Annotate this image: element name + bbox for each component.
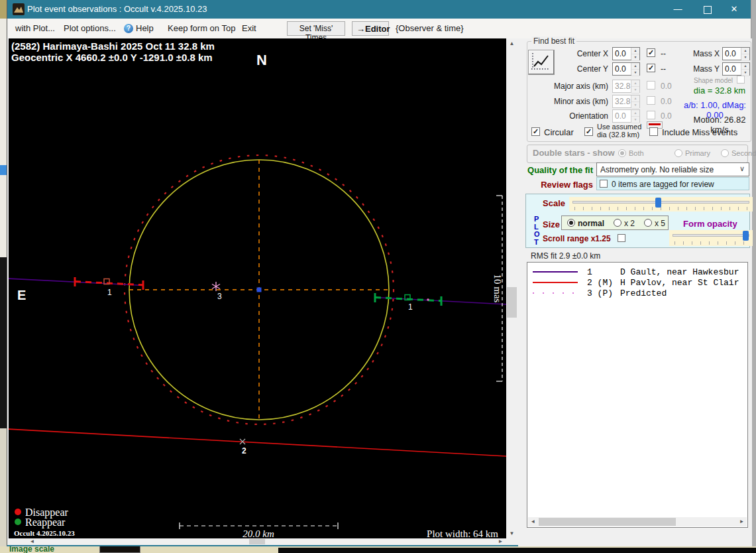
chord1-dot (427, 298, 429, 301)
observation-number: 3 (P) (587, 288, 613, 298)
center-y-spinner[interactable]: ▲▼ (631, 63, 639, 75)
plot-letters: P L O T (534, 215, 540, 246)
close-button[interactable]: ✕ (721, 0, 747, 19)
circular-checkbox[interactable]: ✓ (531, 127, 540, 136)
set-miss-times-button[interactable]: Set 'Miss' Times (287, 21, 345, 36)
mass-y-spinner[interactable]: ▲▼ (741, 63, 749, 75)
mass-x-spinner[interactable]: ▲▼ (741, 48, 749, 60)
minor-axis-flag: 0.0 (661, 97, 672, 106)
background-fragment (278, 548, 756, 553)
include-miss-checkbox[interactable] (649, 127, 658, 136)
maximize-icon (704, 6, 712, 14)
scroll-range-label: Scroll range x1.25 (543, 234, 611, 243)
size-x2-radio[interactable] (614, 219, 621, 227)
list-scroll-thumb[interactable] (539, 518, 676, 526)
chord1-swatch (533, 271, 578, 273)
mass-x-input[interactable]: ▲▼ (722, 47, 750, 60)
scale-slider-ticks (574, 207, 747, 210)
orientation-checkbox (647, 111, 655, 119)
menu-help[interactable]: Help (136, 23, 154, 33)
observations-list[interactable]: 1 D Gault, near Hawkesbur 2 (M) H Pavlov… (527, 262, 748, 528)
center-x-checkbox[interactable]: ✓ (647, 48, 655, 57)
double-both-label: Both (629, 149, 644, 157)
double-stars-group: Double stars - show Both Primary Seconda… (527, 145, 748, 163)
scroll-range-checkbox[interactable] (618, 234, 625, 242)
mass-y-input[interactable]: ▲▼ (722, 62, 750, 76)
major-axis-input: ▲▼ (612, 80, 640, 93)
center-x-input[interactable]: ▲▼ (612, 47, 640, 60)
reappear-legend-dot (15, 519, 21, 525)
double-both-radio (618, 149, 626, 157)
scale-slider[interactable] (569, 197, 753, 212)
review-flags-box: 0 items are tagged for review (596, 177, 749, 190)
list-item[interactable]: 2 (M) H Pavlov, near St Clair (527, 277, 747, 288)
rms-fit-text: RMS fit 2.9 ±0.0 km (531, 251, 600, 261)
double-primary-radio (675, 149, 682, 157)
list-item[interactable]: 3 (P) Predicted (527, 288, 747, 298)
menubar: with Plot... Plot options... ? Help Keep… (7, 19, 751, 38)
menu-observer-time[interactable]: {Observer & time} (396, 23, 464, 33)
scroll-down-arrow[interactable]: ▼ (506, 528, 517, 538)
vertical-scroll-thumb[interactable] (507, 287, 517, 318)
opacity-slider[interactable] (669, 230, 753, 246)
use-assumed-checkbox[interactable]: ✓ (584, 127, 593, 136)
app-icon (13, 3, 25, 15)
background-fragment (0, 0, 7, 19)
maximize-button[interactable] (694, 0, 721, 19)
review-flags-checkbox[interactable] (600, 180, 608, 188)
scroll-left-arrow[interactable]: ◄ (27, 538, 37, 545)
minor-axis-spinner: ▲▼ (631, 95, 639, 107)
menu-exit[interactable]: Exit (242, 23, 256, 33)
center-y-input[interactable]: ▲▼ (612, 62, 640, 76)
background-selected-row-fragment (0, 165, 7, 175)
center-y-flag: -- (661, 64, 666, 74)
background-window-left-strip (0, 0, 7, 553)
circular-label: Circular (544, 127, 574, 137)
opacity-slider-thumb[interactable] (743, 231, 749, 241)
chord2-label: 2 (242, 446, 246, 456)
plot-canvas[interactable]: 1 1 3 (9, 38, 506, 538)
list-horizontal-scrollbar[interactable]: ◄ ► (528, 517, 747, 526)
titlebar: Plot event observations : Occult v.4.202… (7, 0, 751, 19)
scroll-right-arrow[interactable]: ► (737, 517, 747, 526)
plot-vertical-scrollbar[interactable]: ▲ ▼ (506, 38, 517, 538)
chord1-d-label: 1 (107, 288, 112, 297)
menu-with-plot[interactable]: with Plot... (15, 23, 55, 33)
plot-letter-p: P (534, 215, 540, 223)
editor-button[interactable]: →Editor (352, 21, 389, 36)
chord1-r-label: 1 (408, 302, 413, 312)
size-radio-group: normal x 2 x 5 (561, 215, 669, 230)
plot-title-line1: (2582) Harimaya-Bashi 2025 Oct 11 32.8 k… (11, 40, 215, 52)
size-x2-label: x 2 (624, 219, 635, 228)
scale-slider-thumb[interactable] (655, 198, 661, 208)
double-secondary-radio (721, 149, 729, 157)
center-y-label: Center Y (527, 64, 608, 74)
orientation-spinner: ▲▼ (631, 110, 639, 122)
scroll-up-arrow[interactable]: ▲ (506, 38, 517, 48)
double-stars-label: Double stars - show (533, 148, 615, 158)
minimize-button[interactable]: — (665, 0, 691, 19)
find-best-fit-label: Find best fit (531, 36, 576, 46)
plot-horizontal-scrollbar[interactable]: ◄ ► (27, 538, 506, 545)
screen: Image scale Plot event observations : Oc… (0, 0, 756, 553)
scroll-left-arrow[interactable]: ◄ (528, 517, 538, 526)
image-scale-label: Image scale (9, 546, 54, 553)
size-x5-radio[interactable] (644, 219, 652, 227)
major-axis-checkbox (647, 81, 655, 90)
observation-number: 1 (587, 267, 592, 277)
mass-y-label: Mass Y (685, 64, 720, 74)
list-item[interactable]: 1 D Gault, near Hawkesbur (527, 267, 747, 277)
opacity-slider-track (673, 234, 749, 237)
center-x-spinner[interactable]: ▲▼ (631, 48, 639, 60)
center-y-checkbox[interactable]: ✓ (647, 64, 655, 72)
shape-model-checkbox[interactable] (737, 76, 745, 84)
horizontal-scroll-thumb[interactable] (249, 539, 265, 544)
orientation-input: ▲▼ (612, 109, 640, 123)
size-normal-radio[interactable] (567, 219, 575, 227)
menu-keep-on-top[interactable]: Keep form on Top (168, 23, 235, 33)
scroll-right-arrow[interactable]: ► (496, 538, 506, 545)
menu-plot-options[interactable]: Plot options... (64, 23, 116, 33)
help-icon: ? (124, 24, 133, 33)
quality-dropdown[interactable]: Astrometry only. No reliable size ∨ (596, 162, 749, 176)
background-fragment (0, 428, 7, 553)
